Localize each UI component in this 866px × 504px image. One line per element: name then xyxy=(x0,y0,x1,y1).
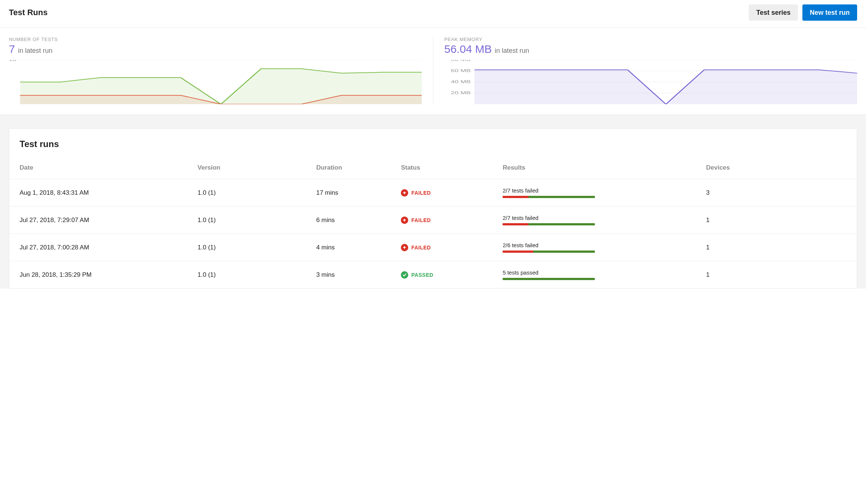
cell-results: 5 tests passed xyxy=(492,261,696,289)
cell-date: Jun 28, 2018, 1:35:29 PM xyxy=(9,261,187,289)
cell-results: 2/7 tests failed xyxy=(492,179,696,207)
table-row[interactable]: Jul 27, 2018, 7:00:28 AM 1.0 (1) 4 mins … xyxy=(9,234,857,261)
status-text: FAILED xyxy=(411,217,431,223)
new-test-run-button[interactable]: New test run xyxy=(802,4,857,21)
col-header-devices: Devices xyxy=(696,157,857,179)
runs-table: Date Version Duration Status Results Dev… xyxy=(9,157,857,288)
cell-duration: 17 mins xyxy=(306,179,390,207)
cell-status: PASSED xyxy=(390,261,492,289)
cell-devices: 3 xyxy=(696,179,857,207)
bolt-icon xyxy=(401,189,408,197)
svg-text:20 MB: 20 MB xyxy=(451,91,471,95)
runs-card: Test runs Date Version Duration Status R… xyxy=(9,128,857,289)
bolt-icon xyxy=(401,217,408,224)
test-series-button[interactable]: Test series xyxy=(749,4,798,21)
cell-devices: 1 xyxy=(696,261,857,289)
svg-text:80 MB: 80 MB xyxy=(451,60,471,62)
col-header-date: Date xyxy=(9,157,187,179)
memory-chart: 80 MB60 MB40 MB20 MB xyxy=(444,60,857,104)
status-text: FAILED xyxy=(411,245,431,251)
stats-row: NUMBER OF TESTS 7 in latest run 10 PEAK … xyxy=(0,28,866,115)
tests-chart: 10 xyxy=(9,60,422,104)
stat-tests-value: 7 xyxy=(9,43,15,55)
cell-duration: 3 mins xyxy=(306,261,390,289)
col-header-duration: Duration xyxy=(306,157,390,179)
cell-date: Aug 1, 2018, 8:43:31 AM xyxy=(9,179,187,207)
cell-version: 1.0 (1) xyxy=(187,179,306,207)
svg-text:10: 10 xyxy=(9,60,16,62)
cell-version: 1.0 (1) xyxy=(187,261,306,289)
cell-results: 2/6 tests failed xyxy=(492,234,696,261)
runs-section-title: Test runs xyxy=(9,129,857,157)
result-text: 2/7 tests failed xyxy=(503,187,685,194)
result-text: 2/6 tests failed xyxy=(503,242,685,248)
col-header-results: Results xyxy=(492,157,696,179)
cell-duration: 4 mins xyxy=(306,234,390,261)
bolt-icon xyxy=(401,244,408,251)
col-header-version: Version xyxy=(187,157,306,179)
svg-text:60 MB: 60 MB xyxy=(451,68,471,73)
stat-tests-suffix: in latest run xyxy=(18,47,53,55)
status-text: FAILED xyxy=(411,190,431,196)
table-row[interactable]: Aug 1, 2018, 8:43:31 AM 1.0 (1) 17 mins … xyxy=(9,179,857,207)
col-header-status: Status xyxy=(390,157,492,179)
cell-devices: 1 xyxy=(696,234,857,261)
cell-duration: 6 mins xyxy=(306,207,390,234)
cell-status: FAILED xyxy=(390,207,492,234)
result-bar xyxy=(503,278,595,280)
result-bar xyxy=(503,223,595,225)
check-icon xyxy=(401,271,408,279)
stat-memory-label: PEAK MEMORY xyxy=(444,37,857,42)
table-row[interactable]: Jul 27, 2018, 7:29:07 AM 1.0 (1) 6 mins … xyxy=(9,207,857,234)
header-actions: Test series New test run xyxy=(749,4,857,21)
page-title: Test Runs xyxy=(9,8,48,17)
result-bar xyxy=(503,251,595,253)
result-text: 2/7 tests failed xyxy=(503,215,685,221)
cell-version: 1.0 (1) xyxy=(187,207,306,234)
cell-status: FAILED xyxy=(390,234,492,261)
stat-memory-value-row: 56.04 MB in latest run xyxy=(444,43,857,55)
table-row[interactable]: Jun 28, 2018, 1:35:29 PM 1.0 (1) 3 mins … xyxy=(9,261,857,289)
page-header: Test Runs Test series New test run xyxy=(0,0,866,28)
stat-tests-label: NUMBER OF TESTS xyxy=(9,37,422,42)
stat-tests-value-row: 7 in latest run xyxy=(9,43,422,55)
result-bar xyxy=(503,196,595,198)
result-text: 5 tests passed xyxy=(503,269,685,276)
cell-date: Jul 27, 2018, 7:29:07 AM xyxy=(9,207,187,234)
runs-section: Test runs Date Version Duration Status R… xyxy=(0,115,866,289)
stat-card-tests: NUMBER OF TESTS 7 in latest run 10 xyxy=(9,37,433,104)
stat-card-memory: PEAK MEMORY 56.04 MB in latest run 80 MB… xyxy=(433,37,857,104)
cell-version: 1.0 (1) xyxy=(187,234,306,261)
svg-text:40 MB: 40 MB xyxy=(451,79,471,84)
cell-devices: 1 xyxy=(696,207,857,234)
cell-status: FAILED xyxy=(390,179,492,207)
stat-memory-value: 56.04 MB xyxy=(444,43,492,55)
cell-results: 2/7 tests failed xyxy=(492,207,696,234)
status-text: PASSED xyxy=(411,272,433,278)
stat-memory-suffix: in latest run xyxy=(495,47,529,55)
cell-date: Jul 27, 2018, 7:00:28 AM xyxy=(9,234,187,261)
